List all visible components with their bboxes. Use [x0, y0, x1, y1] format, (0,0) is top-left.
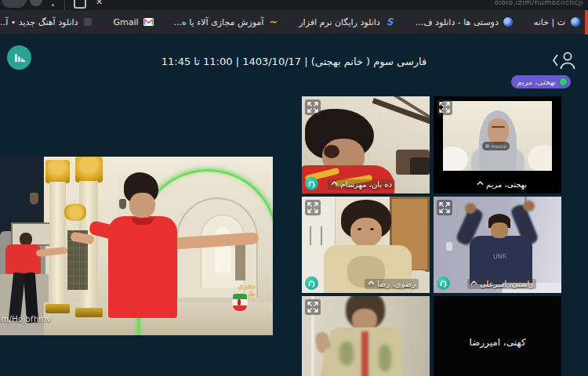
fullscreen-button[interactable] — [305, 99, 321, 115]
video-watermark-chip: mavco — [482, 142, 510, 150]
gold-ornament — [63, 204, 88, 221]
watermark-logo-icon — [485, 144, 489, 148]
audio-headset-button[interactable] — [305, 177, 318, 190]
fullscreen-button[interactable] — [305, 200, 321, 215]
person-icon — [564, 52, 571, 60]
tab-icon[interactable] — [74, 0, 86, 9]
chevron-left-icon — [554, 55, 557, 66]
bookmarks-bar: ت | خانه دوستی ها - دانلود ف... S دانلود… — [0, 10, 588, 34]
refresh-icon[interactable] — [30, 0, 42, 6]
participant-tile-kohani[interactable]: کهنی، امیررضا — [434, 296, 561, 376]
bookmark-label: دانلود آهنگ جدید • آ... — [0, 17, 78, 27]
picture-frame — [11, 222, 53, 246]
teacher-video: mavco — [443, 101, 552, 171]
expand-arrows-icon — [307, 102, 318, 113]
globe-icon — [570, 17, 580, 27]
expand-arrows-icon — [307, 202, 318, 213]
audio-headset-button[interactable] — [437, 277, 450, 290]
participant-tile-rasti[interactable]: UNK راستی، امیرعلی — [434, 197, 561, 293]
presenter-badge[interactable]: بهجتی، مریم — [511, 75, 571, 89]
video-watermark-handle: am/Hojbfhmv — [0, 315, 52, 324]
expand-arrows-icon — [439, 202, 450, 213]
expand-arrows-icon — [439, 102, 450, 113]
headset-icon — [307, 279, 316, 287]
clipped-url-text: oioio.izim/numociicncji — [495, 0, 583, 6]
audio-headset-button[interactable] — [305, 277, 318, 290]
window-edge-red-strip — [585, 10, 588, 34]
bookmark-label: دانلود رایگان نرم افزار — [299, 17, 379, 27]
participant-name-centered: کهنی، امیررضا — [434, 337, 561, 348]
column-capital — [45, 160, 70, 183]
fullscreen-button[interactable] — [437, 99, 452, 115]
bookmark-doosti[interactable]: دوستی ها - دانلود ف... — [416, 17, 514, 27]
generic-icon — [82, 17, 93, 27]
bookmark-home[interactable]: ت | خانه — [534, 17, 580, 27]
headset-icon — [307, 179, 316, 188]
headset-icon — [439, 279, 448, 287]
app-window: ✕ oioio.izim/numociicncji ت | خانه دوستی… — [0, 0, 588, 376]
divider — [64, 0, 65, 10]
bookmark-alaa[interactable]: ~ آموزش مجازی آلاء یا ه... — [174, 17, 279, 27]
bookmark-label: ت | خانه — [534, 17, 565, 27]
class-session-title: فارسی سوم ( خانم بهجتی) | 1403/10/17 | 1… — [0, 56, 588, 67]
s-logo-icon: S — [385, 17, 395, 27]
online-status-dot — [559, 78, 568, 86]
profile-pill[interactable] — [2, 0, 27, 8]
bookmark-music[interactable]: دانلود آهنگ جدید • آ... — [0, 17, 93, 27]
dot-icon — [52, 4, 54, 6]
participant-name-label: ده بان، مهرسام — [328, 179, 395, 190]
bookmark-gmail[interactable]: Gmail — [113, 17, 153, 27]
participant-name-label: راستی، امیرعلی — [467, 279, 536, 289]
participant-tile-mehrsam[interactable]: ده بان، مهرسام — [302, 96, 430, 193]
participants-button[interactable] — [550, 50, 577, 70]
participant-name-label: بهجتی، مریم — [474, 179, 530, 190]
browser-topbar: ✕ oioio.izim/numociicncji — [0, 0, 588, 10]
fullscreen-button[interactable] — [305, 299, 321, 315]
chevron-up-icon — [470, 280, 477, 285]
close-icon[interactable]: ✕ — [96, 0, 103, 7]
bookmark-label: Gmail — [113, 17, 138, 27]
chevron-up-icon — [477, 181, 484, 186]
globe-icon — [503, 17, 514, 27]
bookmark-label: آموزش مجازی آلاء یا ه... — [174, 17, 264, 27]
video-watermark-caption: مجری طرح — [226, 282, 256, 291]
bookmark-label: دوستی ها - دانلود ف... — [416, 17, 499, 27]
wall-lamp — [119, 199, 126, 209]
shirt-text: UNK — [493, 252, 507, 260]
column — [49, 182, 66, 306]
expand-arrows-icon — [307, 302, 318, 313]
chevron-up-icon — [331, 181, 338, 186]
participant-name-label: رضوی، رضا — [365, 279, 419, 289]
wall-lamp — [30, 193, 38, 204]
main-shared-video[interactable]: am/Hojbfhmv مجری طرح — [0, 157, 273, 335]
wave-icon: ~ — [268, 17, 278, 27]
presenter-badge-label: بهجتی، مریم — [517, 78, 556, 86]
column-capital — [75, 157, 103, 183]
participant-tile-behjati[interactable]: mavco بهجتی، مریم — [434, 96, 561, 193]
gmail-icon — [143, 17, 154, 27]
participant-tile-bottom-left[interactable] — [302, 296, 430, 376]
video-watermark-emblem — [232, 293, 248, 312]
participant-tile-rezvai[interactable]: رضوی، رضا — [302, 197, 430, 293]
bookmark-free-software[interactable]: S دانلود رایگان نرم افزار — [299, 17, 394, 27]
fullscreen-button[interactable] — [437, 200, 452, 215]
chevron-up-icon — [368, 280, 375, 285]
